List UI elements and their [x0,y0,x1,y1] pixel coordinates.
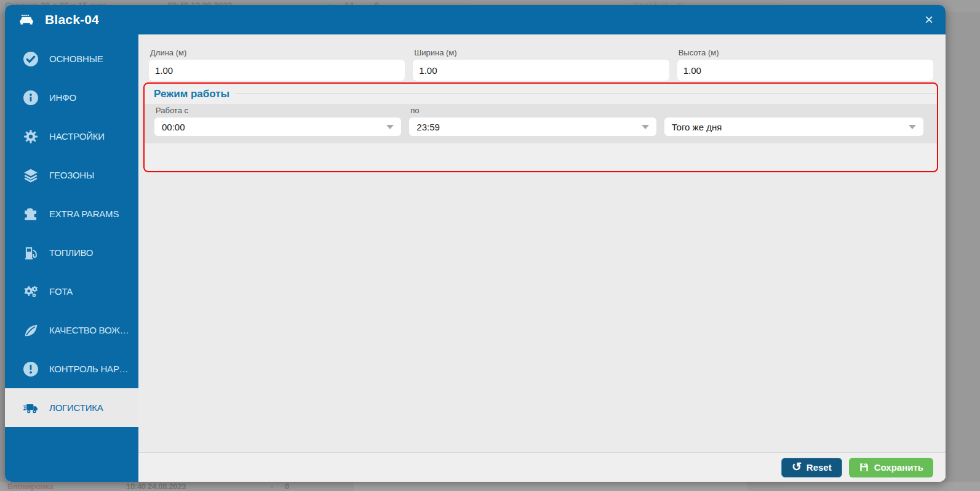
sidebar-item-nastroyki[interactable]: НАСТРОЙКИ [5,117,138,156]
dimensions-row: Длина (м) Ширина (м) Высота (м) [149,48,933,81]
length-input[interactable] [149,60,405,81]
sidebar-item-label: ТОПЛИВО [49,247,93,258]
width-field-group: Ширина (м) [413,48,669,81]
sidebar-item-label: ИНФО [49,92,76,103]
height-input[interactable] [677,60,933,81]
work-from-value: 00:00 [162,122,185,132]
sidebar-item-extra-params[interactable]: EXTRA PARAMS [5,194,138,233]
work-from-select[interactable]: 00:00 [154,118,401,136]
work-day-select[interactable]: Того же дня [664,118,923,136]
sidebar-item-label: КАЧЕСТВО ВОЖДЕНИЯ [49,325,133,335]
floppy-save-icon [859,462,869,473]
gear-icon [23,129,39,145]
check-circle-icon [23,51,39,67]
dialog-footer: ↺ Reset Сохранить [138,452,946,482]
reset-arrow-icon: ↺ [792,461,802,473]
sidebar-item-label: EXTRA PARAMS [49,209,119,219]
work-mode-fields: Работа с 00:00 по 23:59 Того же дня [145,104,937,143]
height-field-group: Высота (м) [677,48,933,81]
work-to-value: 23:59 [416,122,440,132]
dialog-header: Black-04 × [5,5,946,34]
sidebar: ОСНОВНЫЕ ИНФО НАСТРОЙКИ [5,34,138,482]
work-from-group: Работа с 00:00 [154,106,401,136]
sidebar-item-label: FOTA [49,286,73,297]
close-icon[interactable]: × [925,12,933,27]
truck-icon [23,400,39,416]
chevron-down-icon [642,125,649,129]
work-mode-section: Режим работы Работа с 00:00 по 23:59 [143,82,938,172]
info-circle-icon [23,90,39,106]
work-to-label: по [410,106,656,115]
event-label-text: Блокировка [7,482,53,491]
sidebar-item-label: ОСНОВНЫЕ [49,54,103,64]
reset-button-label: Reset [807,462,832,473]
leaf-icon [23,322,39,338]
work-to-select[interactable]: 23:59 [409,118,656,136]
bottom-datetime-text: 10:40 24.08.2023 [126,482,186,491]
work-day-group: Того же дня [664,118,923,136]
sidebar-item-kontrol-narusheniy[interactable]: КОНТРОЛЬ НАРУШЕН... [5,349,138,388]
device-settings-dialog: Black-04 × ОСНОВНЫЕ ИНФО [5,5,946,482]
length-label: Длина (м) [150,48,405,57]
sidebar-item-logistika[interactable]: ЛОГИСТИКА [5,388,138,427]
work-mode-legend-row: Режим работы [145,84,937,104]
width-label: Ширина (м) [414,48,669,57]
work-from-label: Работа с [156,106,401,115]
sidebar-item-osnovnye[interactable]: ОСНОВНЫЕ [5,39,138,78]
vehicle-icon [18,14,35,26]
sidebar-item-toplivo[interactable]: ТОПЛИВО [5,233,138,272]
sidebar-item-geozony[interactable]: ГЕОЗОНЫ [5,156,138,194]
width-input[interactable] [413,60,669,81]
background-scrollbar [354,482,747,491]
gears-icon [23,284,39,300]
sidebar-item-fota[interactable]: FOTA [5,272,138,311]
reset-button[interactable]: ↺ Reset [781,458,842,477]
sidebar-item-label: НАСТРОЙКИ [49,131,105,142]
work-day-value: Того же дня [672,122,722,132]
save-button[interactable]: Сохранить [849,458,933,477]
length-field-group: Длина (м) [149,48,405,81]
work-mode-spacer [145,143,937,171]
work-mode-legend: Режим работы [154,88,229,100]
sidebar-item-label: КОНТРОЛЬ НАРУШЕН... [49,364,133,374]
sidebar-item-label: ГЕОЗОНЫ [49,170,94,180]
save-button-label: Сохранить [874,462,923,473]
alert-circle-icon [23,361,39,377]
layers-icon [23,167,39,183]
work-to-group: по 23:59 [409,106,656,136]
bottom-count-text: 0 [285,482,289,491]
sidebar-item-info[interactable]: ИНФО [5,78,138,117]
fuel-pump-icon [23,245,39,261]
dialog-content: Длина (м) Ширина (м) Высота (м) Режим ра… [138,34,946,482]
sidebar-item-kachestvo-vozhdeniya[interactable]: КАЧЕСТВО ВОЖДЕНИЯ [5,311,138,349]
sidebar-item-label: ЛОГИСТИКА [49,402,103,413]
puzzle-icon [23,206,39,222]
height-label: Высота (м) [679,48,933,57]
background-table-row-bottom: Блокировка 10:40 24.08.2023 - 0 [0,482,980,491]
bottom-dash-text: - [271,482,273,491]
chevron-down-icon [386,125,394,129]
chevron-down-icon [909,125,916,129]
dialog-title: Black-04 [45,12,99,27]
